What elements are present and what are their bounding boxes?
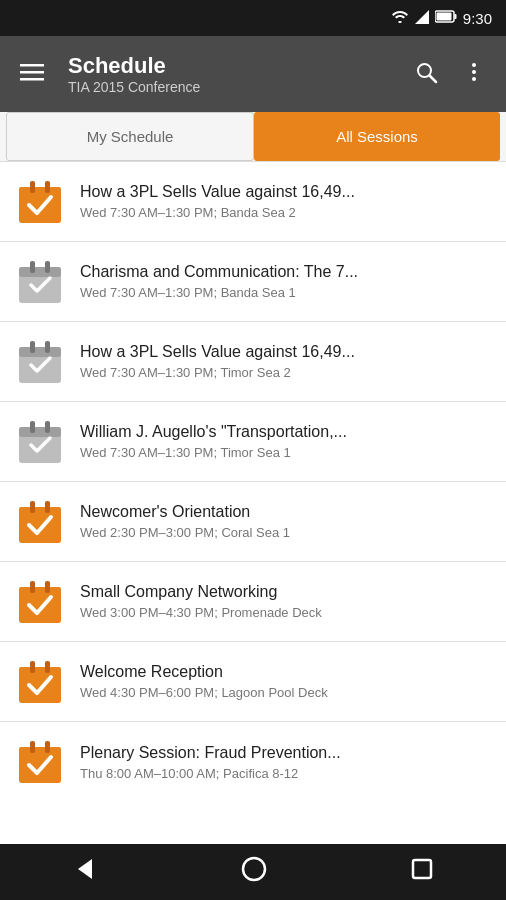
app-bar-subtitle: TIA 2015 Conference [68,79,390,95]
svg-rect-43 [45,741,50,753]
svg-marker-0 [415,10,429,24]
svg-rect-2 [454,14,456,19]
svg-rect-29 [19,507,61,517]
list-item[interactable]: William J. Augello's "Transportation,...… [0,402,506,482]
checked-calendar-icon [16,658,64,706]
status-icons: 9:30 [391,10,492,27]
svg-rect-38 [30,661,35,673]
menu-button[interactable] [12,52,52,96]
status-bar: 9:30 [0,0,506,36]
svg-rect-41 [19,747,61,757]
list-item[interactable]: Newcomer's OrientationWed 2:30 PM–3:00 P… [0,482,506,562]
svg-line-8 [430,75,437,82]
svg-rect-25 [19,427,61,437]
bottom-nav-bar [0,844,506,900]
app-bar-actions [406,52,494,97]
more-options-button[interactable] [454,52,494,97]
list-item[interactable]: How a 3PL Sells Value against 16,49...We… [0,322,506,402]
wifi-icon [391,10,409,26]
tab-all-sessions[interactable]: All Sessions [254,112,500,161]
search-button[interactable] [406,52,446,97]
signal-icon [415,10,429,27]
session-title: How a 3PL Sells Value against 16,49... [80,343,490,361]
list-item[interactable]: Small Company NetworkingWed 3:00 PM–4:30… [0,562,506,642]
checked-calendar-icon [16,498,64,546]
recent-apps-button[interactable] [390,847,454,897]
svg-rect-37 [19,667,61,677]
list-item[interactable]: Charisma and Communication: The 7...Wed … [0,242,506,322]
app-bar: Schedule TIA 2015 Conference [0,36,506,112]
checked-calendar-icon [16,738,64,786]
tab-bar: My Schedule All Sessions [0,112,506,162]
unchecked-calendar-icon [16,338,64,386]
svg-point-45 [243,858,265,880]
session-content: Welcome ReceptionWed 4:30 PM–6:00 PM; La… [80,663,490,700]
tab-my-schedule[interactable]: My Schedule [6,112,254,161]
home-button[interactable] [221,846,287,898]
svg-rect-23 [45,341,50,353]
session-title: Welcome Reception [80,663,490,681]
session-time: Wed 4:30 PM–6:00 PM; Lagoon Pool Deck [80,685,490,700]
svg-marker-44 [78,859,92,879]
back-button[interactable] [52,846,118,898]
session-time: Wed 7:30 AM–1:30 PM; Timor Sea 1 [80,445,490,460]
svg-rect-5 [20,71,44,74]
svg-rect-31 [45,501,50,513]
session-time: Wed 7:30 AM–1:30 PM; Banda Sea 2 [80,205,490,220]
app-bar-title: Schedule [68,53,390,79]
svg-rect-34 [30,581,35,593]
svg-rect-6 [20,78,44,81]
session-time: Wed 7:30 AM–1:30 PM; Banda Sea 1 [80,285,490,300]
session-list: How a 3PL Sells Value against 16,49...We… [0,162,506,844]
svg-rect-18 [30,261,35,273]
unchecked-calendar-icon [16,418,64,466]
svg-rect-42 [30,741,35,753]
svg-rect-39 [45,661,50,673]
session-title: Newcomer's Orientation [80,503,490,521]
session-content: How a 3PL Sells Value against 16,49...We… [80,343,490,380]
svg-rect-26 [30,421,35,433]
session-content: William J. Augello's "Transportation,...… [80,423,490,460]
session-title: How a 3PL Sells Value against 16,49... [80,183,490,201]
svg-rect-17 [19,267,61,277]
svg-point-11 [472,77,476,81]
status-time: 9:30 [463,10,492,27]
svg-rect-33 [19,587,61,597]
session-content: Newcomer's OrientationWed 2:30 PM–3:00 P… [80,503,490,540]
session-time: Thu 8:00 AM–10:00 AM; Pacifica 8-12 [80,766,490,781]
list-item[interactable]: Welcome ReceptionWed 4:30 PM–6:00 PM; La… [0,642,506,722]
svg-rect-35 [45,581,50,593]
svg-rect-14 [30,181,35,193]
list-item[interactable]: Plenary Session: Fraud Prevention...Thu … [0,722,506,802]
svg-point-9 [472,63,476,67]
svg-rect-15 [45,181,50,193]
session-title: William J. Augello's "Transportation,... [80,423,490,441]
svg-rect-3 [436,13,451,21]
unchecked-calendar-icon [16,258,64,306]
session-content: How a 3PL Sells Value against 16,49...We… [80,183,490,220]
battery-icon [435,10,457,26]
svg-rect-21 [19,347,61,357]
session-content: Plenary Session: Fraud Prevention...Thu … [80,744,490,781]
session-title: Plenary Session: Fraud Prevention... [80,744,490,762]
app-bar-title-group: Schedule TIA 2015 Conference [68,53,390,95]
session-time: Wed 2:30 PM–3:00 PM; Coral Sea 1 [80,525,490,540]
session-content: Small Company NetworkingWed 3:00 PM–4:30… [80,583,490,620]
checked-calendar-icon [16,578,64,626]
svg-rect-30 [30,501,35,513]
svg-point-10 [472,70,476,74]
session-title: Charisma and Communication: The 7... [80,263,490,281]
svg-rect-4 [20,64,44,67]
svg-rect-46 [413,860,431,878]
session-content: Charisma and Communication: The 7...Wed … [80,263,490,300]
session-time: Wed 7:30 AM–1:30 PM; Timor Sea 2 [80,365,490,380]
list-item[interactable]: How a 3PL Sells Value against 16,49...We… [0,162,506,242]
svg-rect-27 [45,421,50,433]
svg-rect-13 [19,187,61,197]
session-title: Small Company Networking [80,583,490,601]
svg-rect-22 [30,341,35,353]
svg-rect-19 [45,261,50,273]
checked-calendar-icon [16,178,64,226]
session-time: Wed 3:00 PM–4:30 PM; Promenade Deck [80,605,490,620]
